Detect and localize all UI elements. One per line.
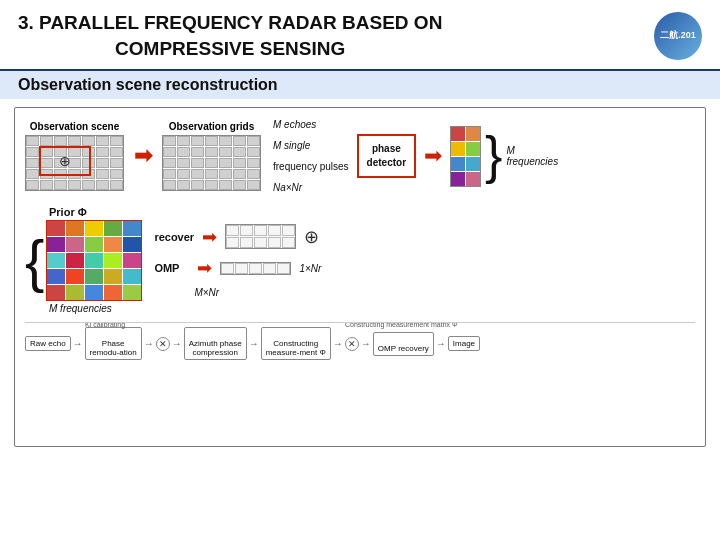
logo: 二航.201 [654, 12, 702, 60]
recover-arrow: ➡ [202, 226, 217, 248]
omp-arrow: ➡ [197, 257, 212, 279]
recover-grid [225, 224, 296, 249]
omp-grid [220, 262, 291, 275]
freq-colors-section: } M frequencies [450, 126, 558, 187]
flow-arrow-4: → [249, 338, 259, 349]
omp-row: OMP ➡ 1×Nr [154, 257, 695, 279]
obs-grids-label: Observation grids [169, 121, 255, 132]
freq-color-grid [450, 126, 481, 187]
header: 3. PARALLEL FREQUENCY RADAR BASED ON COM… [0, 0, 720, 71]
single-freq-label: M single [273, 137, 349, 154]
crosshatch-icon: ⊕ [304, 226, 319, 248]
scene-to-grids-arrow: ➡ [134, 143, 152, 169]
left-brace: { [25, 236, 44, 285]
flow-node-raw: Raw echo [25, 336, 71, 351]
flow-arrow-5: → [333, 338, 343, 349]
obs-scene-section: Observation scene [25, 121, 124, 191]
header-title: 3. PARALLEL FREQUENCY RADAR BASED ON COM… [18, 10, 442, 61]
flow-node-image: Image [448, 336, 480, 351]
flow-node-construct: Constructing measure-ment Φ [261, 327, 331, 360]
one-nr-label: 1×Nr [299, 263, 321, 274]
flow-node-azimuth: Azimuth phase compression [184, 327, 247, 360]
na-nr-label: Na×Nr [273, 179, 349, 196]
prior-section: Prior Φ { [25, 206, 142, 314]
echo-info-section: M echoes M single frequency pulses Na×Nr [273, 116, 349, 196]
detector-to-freq-arrow: ➡ [424, 143, 442, 169]
flow-arrow-7: → [436, 338, 446, 349]
construct-label: Constructing measurement matrix Φ [345, 322, 458, 328]
recover-label: recover [154, 231, 194, 243]
freq-pulses-label: frequency pulses [273, 158, 349, 175]
flow-multiply-1: ✕ [156, 337, 170, 351]
flow-arrow-2: → [144, 338, 154, 349]
flow-arrow-6: → [361, 338, 371, 349]
ki-label: Ki calibrating [85, 322, 125, 328]
main-diagram: Observation scene [14, 107, 706, 447]
flow-multiply-2: ✕ [345, 337, 359, 351]
flow-node-omp: OMP recovery [373, 332, 434, 356]
top-diagram-row: Observation scene [25, 116, 695, 196]
prior-grid [46, 220, 142, 301]
flowchart: Ki calibrating Constructing measurement … [25, 322, 695, 360]
phase-detector-box: phase detector [357, 134, 416, 178]
m-nr-label: M×Nr [194, 287, 695, 298]
bottom-diagram-row: Prior Φ { [25, 206, 695, 314]
m-frequencies-bottom: M frequencies [49, 303, 112, 314]
recover-row: recover ➡ ⊕ [154, 224, 695, 249]
obs-grids-grid [162, 135, 261, 191]
flow-arrow-1: → [73, 338, 83, 349]
flow-node-phase: Phase remodu-ation [85, 327, 142, 360]
omp-label: OMP [154, 262, 179, 274]
right-brace: } [485, 135, 502, 177]
echoes-label: M echoes [273, 116, 349, 133]
prior-label: Prior Φ [49, 206, 87, 218]
obs-scene-grid: ⊕ [25, 135, 124, 191]
m-frequencies-right: M frequencies [506, 145, 558, 167]
recover-omp-section: recover ➡ ⊕ [154, 224, 695, 298]
obs-grids-section: Observation grids [162, 121, 261, 191]
section-title: Observation scene reconstruction [0, 71, 720, 99]
flow-arrow-3: → [172, 338, 182, 349]
obs-scene-label: Observation scene [30, 121, 119, 132]
